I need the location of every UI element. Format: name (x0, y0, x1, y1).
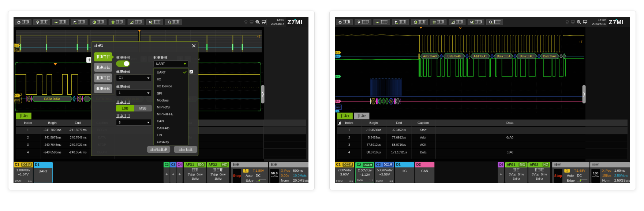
svg-text:DEC: DEC (15, 48, 19, 51)
svg-text:D2: D2 (336, 100, 339, 103)
svg-text:C3: C3 (336, 110, 338, 112)
svg-text:C1: C1 (15, 94, 19, 97)
svg-text:Addr:0xA1: Addr:0xA1 (473, 55, 487, 58)
svg-text:Data:0x40: Data:0x40 (448, 55, 461, 58)
svg-text:Addr:0xA0: Addr:0xA0 (423, 55, 437, 58)
svg-text:0x: 0x (390, 100, 393, 103)
svg-text:D1: D1 (336, 55, 339, 58)
svg-text:DATA 0x5A: DATA 0x5A (44, 97, 60, 101)
svg-text:DEC: DEC (336, 106, 341, 108)
svg-text:C1: C1 (15, 44, 18, 47)
svg-text:C1: C1 (336, 51, 339, 54)
svg-text:+T: +T (579, 40, 583, 44)
svg-text:C2: C2 (336, 75, 339, 78)
svg-text:M: M (149, 21, 151, 24)
svg-text:Data:0x5A: Data:0x5A (497, 55, 510, 58)
svg-text:0: 0 (373, 100, 374, 103)
svg-text:M: M (470, 21, 473, 24)
svg-text:+T: +T (257, 35, 261, 38)
svg-text:Data:0x47: Data:0x47 (543, 55, 556, 58)
svg-text:Data:0x4C: Data:0x4C (520, 55, 533, 58)
svg-text:DEC: DEC (15, 99, 20, 101)
